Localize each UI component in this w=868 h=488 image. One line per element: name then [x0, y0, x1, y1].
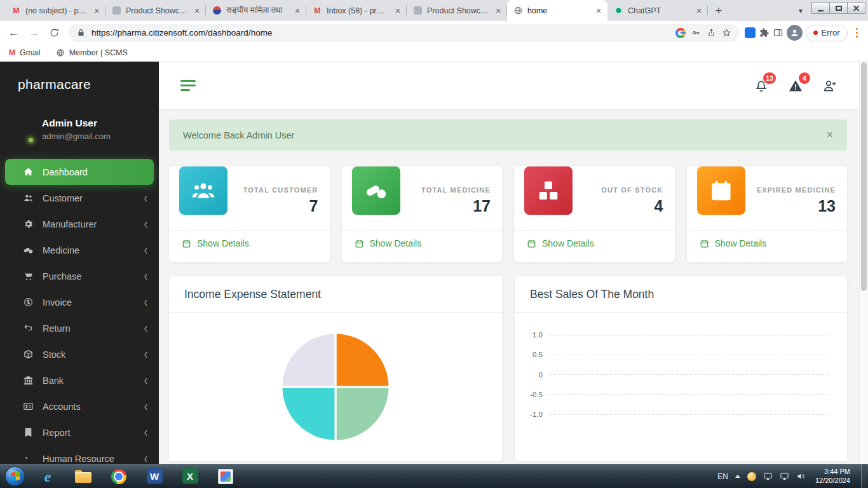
sidebar-item-human-resource[interactable]: Human Resource ‹ [0, 445, 159, 464]
volume-icon[interactable] [796, 471, 806, 481]
share-icon[interactable] [707, 28, 716, 37]
new-tab-button[interactable]: + [710, 3, 727, 19]
sidebar-item-icon [23, 453, 34, 464]
show-details-link[interactable]: Show Details [355, 238, 422, 248]
browser-tab[interactable]: सङ्घीय मामिला तथा × [206, 0, 306, 21]
hamburger-menu-icon[interactable] [180, 80, 196, 91]
tab-close-icon[interactable]: × [92, 6, 102, 16]
browser-tab[interactable]: home × [507, 0, 607, 21]
lock-icon[interactable] [76, 28, 86, 37]
extension-icon-blue[interactable] [745, 27, 756, 38]
browser-tab[interactable]: M Inbox (58) - prajap × [306, 0, 407, 21]
tab-close-icon[interactable]: × [192, 6, 202, 16]
window-maximize-button[interactable] [829, 2, 848, 14]
display-icon[interactable] [763, 471, 773, 481]
chevron-left-icon: ‹ [144, 295, 147, 309]
y-axis-tick: -1.0 [515, 409, 831, 419]
sidebar-item-invoice[interactable]: Invoice ‹ [0, 289, 159, 315]
url-text[interactable]: https://pharma.citizensoft.com/dashboard… [92, 28, 670, 37]
tab-close-icon[interactable]: × [593, 6, 604, 16]
page-scrollbar[interactable] [859, 62, 868, 464]
taskbar-paint-icon[interactable] [208, 466, 243, 487]
show-desktop-button[interactable] [861, 464, 867, 488]
bookmark-gmail[interactable]: M Gmail [9, 48, 41, 57]
calendar-icon [355, 239, 364, 248]
browser-tab[interactable]: Product Showcase × [105, 0, 206, 21]
add-user-icon[interactable] [822, 78, 837, 93]
refresh-icon[interactable] [49, 27, 60, 38]
welcome-alert: Welcome Back Admin User × [169, 119, 847, 151]
bookmarks-bar: M Gmail Member | SCMS [0, 44, 868, 62]
taskbar-folder-icon[interactable] [65, 466, 101, 487]
sidebar-item-label: Stock [43, 349, 65, 360]
chevron-left-icon: ‹ [144, 348, 147, 362]
browser-tab[interactable]: ChatGPT × [607, 0, 708, 21]
taskbar-excel-icon[interactable]: X [172, 466, 208, 487]
sidebar-item-dashboard[interactable]: Dashboard [5, 159, 154, 185]
sidebar-item-bank[interactable]: Bank ‹ [0, 367, 159, 393]
window-minimize-button[interactable] [811, 2, 830, 14]
sidebar-item-report[interactable]: Report ‹ [0, 419, 159, 445]
taskbar-chrome-icon[interactable] [101, 466, 137, 487]
show-details-link[interactable]: Show Details [700, 238, 767, 248]
tab-search-caret-icon[interactable]: ▾ [793, 3, 808, 18]
calendar-icon [700, 239, 709, 248]
alerts-warning-icon[interactable]: 4 [788, 78, 803, 93]
sidebar-item-stock[interactable]: Stock ‹ [0, 341, 159, 367]
sidebar-item-label: Dashboard [43, 167, 88, 177]
tab-close-icon[interactable]: × [694, 6, 704, 16]
forward-button[interactable]: → [25, 24, 43, 41]
taskbar-word-icon[interactable]: W [137, 466, 172, 487]
gridline [548, 394, 831, 395]
sidebar-item-icon [23, 193, 34, 203]
password-key-icon[interactable] [691, 28, 701, 37]
omnibox[interactable]: https://pharma.citizensoft.com/dashboard… [69, 24, 739, 42]
sidebar-item-return[interactable]: Return ‹ [0, 315, 159, 341]
network-icon[interactable] [780, 471, 789, 481]
stat-card: OUT OF STOCK 4 Show Details [514, 166, 675, 262]
bookmark-star-icon[interactable] [722, 28, 731, 37]
scrollbar-thumb[interactable] [861, 62, 867, 291]
tab-favicon: M [313, 6, 322, 15]
tab-close-icon[interactable]: × [393, 6, 403, 16]
google-icon[interactable] [675, 28, 686, 38]
notifications-badge: 13 [763, 72, 776, 84]
browser-tab[interactable]: Product Showcase × [407, 0, 507, 21]
profile-error-chip[interactable]: Error [806, 25, 848, 41]
extensions-puzzle-icon[interactable] [759, 27, 770, 38]
taskbar-clock[interactable]: 3:44 PM 12/20/2024 [813, 468, 854, 485]
tab-close-icon[interactable]: × [493, 6, 503, 16]
sidebar-item-medicine[interactable]: Medicine ‹ [0, 237, 159, 263]
taskbar-ie-icon[interactable]: e [30, 466, 65, 487]
tray-app-icon[interactable] [747, 472, 756, 481]
start-button[interactable] [5, 466, 25, 486]
back-button[interactable]: ← [5, 24, 22, 41]
notifications-bell-icon[interactable]: 13 [754, 78, 769, 93]
stat-card: TOTAL MEDICINE 17 Show Details [342, 166, 503, 262]
sidebar-item-manufacturer[interactable]: Manufacturer ‹ [0, 211, 159, 237]
stat-card-icon [352, 166, 400, 215]
language-indicator[interactable]: EN [717, 472, 728, 481]
sidebar-item-accounts[interactable]: Accounts ‹ [0, 393, 159, 419]
show-details-link[interactable]: Show Details [182, 238, 249, 248]
browser-menu-icon[interactable] [851, 28, 864, 38]
tab-close-icon[interactable]: × [292, 6, 302, 16]
browser-tab[interactable]: M (no subject) - praja × [5, 0, 105, 21]
sidebar-item-label: Return [43, 323, 71, 334]
hidden-icons-caret-icon[interactable] [735, 475, 740, 478]
sidebar-item-icon [23, 323, 34, 334]
sidebar-item-label: Medicine [43, 245, 79, 255]
chevron-left-icon: ‹ [144, 322, 147, 336]
tab-favicon [212, 6, 222, 15]
window-close-button[interactable] [847, 2, 865, 14]
alert-close-icon[interactable]: × [826, 128, 833, 142]
side-panel-icon[interactable] [773, 27, 783, 38]
pie-segment [336, 333, 390, 387]
bookmark-scms[interactable]: Member | SCMS [56, 48, 128, 57]
show-details-link[interactable]: Show Details [527, 238, 594, 248]
profile-avatar[interactable] [787, 25, 803, 41]
sidebar-item-purchase[interactable]: Purchase ‹ [0, 263, 159, 289]
sidebar-item-label: Report [43, 428, 71, 438]
system-tray: EN 3:44 PM 12/20/2024 [717, 464, 867, 488]
sidebar-item-customer[interactable]: Customer ‹ [0, 185, 159, 211]
